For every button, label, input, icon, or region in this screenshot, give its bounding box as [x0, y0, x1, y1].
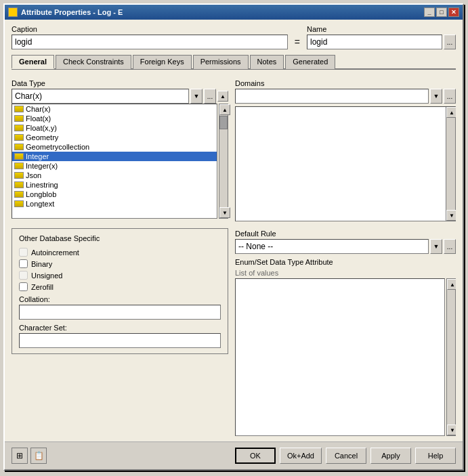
- collation-section: Collation:: [19, 295, 221, 320]
- domains-scrollbar-track: [446, 118, 455, 210]
- default-rule-extra-button[interactable]: ...: [444, 239, 456, 254]
- title-bar-controls: _ □ ✕: [424, 7, 459, 17]
- scroll-down-arrow[interactable]: ▼: [219, 207, 230, 218]
- ok-add-button[interactable]: Ok+Add: [280, 448, 322, 464]
- icon-button-2[interactable]: 📋: [30, 448, 47, 464]
- list-item[interactable]: Linestring: [12, 180, 217, 190]
- data-type-section: Data Type Char(x) ▼ ...: [12, 79, 228, 219]
- unsigned-checkbox-item: Unsigned: [19, 271, 221, 280]
- tab-foreign-keys[interactable]: Foreign Keys: [133, 55, 192, 69]
- type-icon: [14, 200, 24, 207]
- scrollbar-thumb[interactable]: [219, 116, 228, 129]
- scrollbar-track: [219, 115, 228, 207]
- list-item[interactable]: Json: [12, 171, 217, 180]
- name-input-wrapper: ...: [307, 35, 456, 49]
- data-type-listbox[interactable]: Char(x)Float(x)Float(x,y)GeometryGeometr…: [12, 104, 217, 219]
- list-item[interactable]: Integer(x): [12, 161, 217, 171]
- maximize-button[interactable]: □: [436, 7, 447, 17]
- default-rule-select[interactable]: -- None --: [235, 239, 429, 254]
- type-icon: [14, 144, 24, 150]
- domains-scrollbar[interactable]: ▲ ▼: [446, 107, 455, 221]
- close-button[interactable]: ✕: [448, 7, 459, 17]
- data-type-dropdown-wrapper: Char(x): [12, 89, 189, 104]
- minimize-button[interactable]: _: [424, 7, 435, 17]
- caption-input[interactable]: [12, 35, 288, 49]
- unsigned-label: Unsigned: [31, 272, 62, 280]
- cancel-button[interactable]: Cancel: [326, 448, 366, 464]
- domains-extra-button[interactable]: ...: [444, 89, 456, 104]
- tab-permissions[interactable]: Permissions: [193, 55, 249, 69]
- tab-general[interactable]: General: [12, 55, 54, 69]
- toolbar-icons: ⊞ 📋: [12, 448, 47, 464]
- domains-section: Domains ▼ ...: [235, 79, 456, 221]
- right-column: Domains ▼ ...: [235, 79, 456, 436]
- list-item[interactable]: Float(x,y): [12, 123, 217, 133]
- data-type-select[interactable]: Char(x): [12, 89, 189, 104]
- tab-content-general: Data Type Char(x) ▼ ...: [12, 74, 456, 436]
- main-window: Attribute Properties - Log - E _ □ ✕ Cap…: [3, 3, 464, 471]
- enum-scrollbar-track: [447, 290, 455, 425]
- enum-scrollbar[interactable]: ▲ ▼: [446, 278, 456, 436]
- tab-notes[interactable]: Notes: [250, 55, 284, 69]
- window-icon: [8, 7, 18, 17]
- apply-button[interactable]: Apply: [370, 448, 411, 464]
- autoincrement-checkbox[interactable]: [19, 248, 28, 257]
- charset-section: Character Set:: [19, 324, 221, 348]
- collation-label: Collation:: [19, 295, 221, 303]
- autoincrement-label: Autoincrement: [31, 248, 79, 257]
- tab-generated[interactable]: Generated: [285, 55, 335, 69]
- listbox-scrollbar[interactable]: ▲ ▼: [219, 104, 228, 219]
- data-type-up-button[interactable]: ▲: [217, 91, 228, 102]
- type-icon: [14, 191, 24, 198]
- charset-label: Character Set:: [19, 324, 221, 332]
- name-extra-button[interactable]: ...: [444, 35, 456, 49]
- data-type-extra-button[interactable]: ...: [204, 89, 216, 104]
- tab-check-constraints[interactable]: Check Constraints: [56, 55, 131, 69]
- list-item[interactable]: Longblob: [12, 190, 217, 199]
- domains-dropdown-arrow[interactable]: ▼: [430, 89, 442, 104]
- list-item[interactable]: Geometry: [12, 133, 217, 142]
- scroll-up-arrow[interactable]: ▲: [219, 104, 230, 115]
- icon-button-1[interactable]: ⊞: [12, 448, 28, 464]
- data-type-listbox-container: Char(x)Float(x)Float(x,y)GeometryGeometr…: [12, 104, 228, 219]
- window-title: Attribute Properties - Log - E: [21, 8, 123, 16]
- equals-sign: =: [295, 37, 300, 47]
- title-bar: Attribute Properties - Log - E _ □ ✕: [5, 5, 463, 20]
- help-button[interactable]: Help: [415, 448, 456, 464]
- name-input[interactable]: [307, 35, 442, 49]
- domains-scroll-up[interactable]: ▲: [446, 107, 456, 118]
- type-icon: [14, 106, 24, 112]
- list-item[interactable]: Integer: [12, 152, 217, 161]
- caption-name-row: Caption = Name ...: [12, 25, 456, 49]
- default-rule-dropdown-wrapper: -- None --: [235, 239, 429, 254]
- enum-scroll-up[interactable]: ▲: [447, 279, 456, 290]
- zerofill-checkbox[interactable]: [19, 282, 28, 291]
- collation-input[interactable]: [19, 305, 221, 320]
- zerofill-checkbox-item: Zerofill: [19, 282, 221, 291]
- ok-button[interactable]: OK: [235, 448, 276, 464]
- binary-checkbox[interactable]: [19, 259, 28, 268]
- enum-textarea[interactable]: [235, 278, 445, 436]
- domains-dropdown-wrapper: [235, 89, 429, 104]
- domains-select[interactable]: [235, 89, 429, 104]
- data-type-dropdown-arrow[interactable]: ▼: [190, 89, 203, 104]
- list-item[interactable]: Longtext: [12, 199, 217, 209]
- default-rule-label: Default Rule: [235, 230, 456, 238]
- data-type-label: Data Type: [12, 79, 228, 87]
- type-icon: [14, 134, 24, 141]
- list-item[interactable]: Char(x): [12, 104, 217, 114]
- domains-scroll-down[interactable]: ▼: [446, 210, 456, 221]
- tab-bar: General Check Constraints Foreign Keys P…: [12, 55, 456, 70]
- default-rule-dropdown-row: -- None -- ▼ ...: [235, 239, 456, 254]
- enum-textarea-wrapper: ▲ ▼: [235, 278, 456, 436]
- other-db-title: Other Database Specific: [19, 234, 221, 242]
- unsigned-checkbox[interactable]: [19, 271, 28, 280]
- charset-input[interactable]: [19, 333, 221, 348]
- title-bar-title: Attribute Properties - Log - E: [8, 7, 123, 17]
- enum-scroll-down[interactable]: ▼: [447, 425, 456, 435]
- window-content: Caption = Name ... General Check Constra…: [5, 20, 463, 441]
- other-db-section: Other Database Specific Autoincrement Bi…: [12, 228, 228, 354]
- list-item[interactable]: Float(x): [12, 114, 217, 123]
- default-rule-dropdown-arrow[interactable]: ▼: [430, 239, 442, 254]
- list-item[interactable]: Geometrycollection: [12, 142, 217, 152]
